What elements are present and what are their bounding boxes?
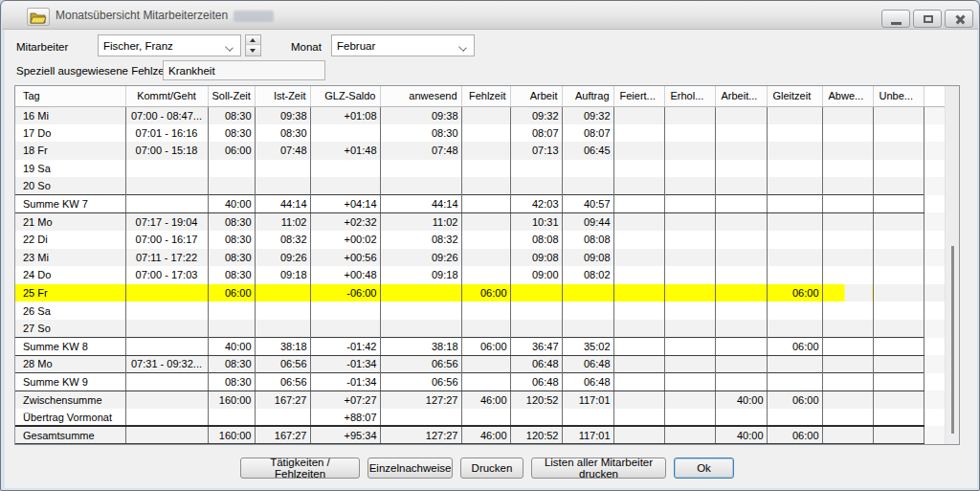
cell-anwesend: 08:30 [380, 124, 461, 143]
cell-gleitzeit [767, 301, 822, 320]
cell-kommt [125, 373, 208, 391]
column-header-ist[interactable]: Ist-Zeit [255, 86, 310, 106]
cell-auftrag [562, 177, 613, 195]
table-row-21-mo[interactable]: 21 Mo07:17 - 19:0408:3011:02+02:3211:021… [15, 212, 945, 231]
cell-fehlzeit [461, 266, 510, 284]
einzelnachweise-button[interactable]: Einzelnachweise [368, 458, 453, 479]
cell-abwe [822, 284, 873, 302]
table-row-summe-kw-9[interactable]: Summe KW 908:3006:56-01:3406:5606:4806:4… [15, 373, 945, 391]
cell-filler [924, 106, 945, 124]
fehlzeit-field[interactable]: Krankheit [163, 60, 325, 80]
cell-fehlzeit [461, 212, 510, 231]
table-row-26-sa[interactable]: 26 Sa [15, 301, 945, 320]
cell-feiert [613, 142, 664, 160]
column-header-tag[interactable]: Tag [15, 86, 125, 106]
cell-unbe [873, 177, 924, 195]
column-header-soll[interactable]: Soll-Zeit [208, 86, 255, 106]
cell-tag: 26 Sa [15, 301, 125, 320]
column-header-arbeit2[interactable]: Arbeit... [715, 86, 767, 106]
table-row-16-mi[interactable]: 16 Mi07:00 - 08:47...08:3009:38+01:0809:… [15, 106, 945, 124]
cell-erhol [664, 195, 715, 213]
cell-gleitzeit: 06:00 [767, 426, 822, 444]
table-row-25-fr[interactable]: 25 Fr06:00-06:0006:0006:00 [15, 284, 945, 302]
table-row-24-do[interactable]: 24 Do07:00 - 17:0308:3009:18+00:4809:180… [15, 266, 945, 284]
column-header-erhol[interactable]: Erhol... [664, 86, 715, 106]
column-header-unbe[interactable]: Unbe... [873, 86, 924, 106]
cell-kommt [125, 160, 208, 178]
window-menu-button[interactable] [27, 8, 50, 26]
table-row-23-mi[interactable]: 23 Mi07:11 - 17:2208:3009:26+00:5609:260… [15, 249, 945, 267]
cell-filler [924, 355, 945, 373]
cell-feiert [613, 266, 664, 284]
column-header-anwesend[interactable]: anwesend [380, 86, 461, 106]
cell-gleitzeit [767, 177, 822, 195]
cell-soll: 06:00 [208, 142, 255, 160]
cell-soll [208, 409, 255, 427]
minimize-button[interactable] [881, 10, 910, 28]
cell-ist: 09:18 [255, 266, 310, 284]
cell-soll: 08:30 [208, 212, 255, 231]
cell-feiert [613, 338, 664, 356]
cell-fehlzeit [461, 320, 510, 338]
table-row-22-di[interactable]: 22 Di07:00 - 16:1708:3008:32+00:0208:320… [15, 231, 945, 249]
cell-abwe [822, 212, 873, 231]
cell-erhol [664, 284, 715, 302]
cell-unbe [873, 106, 924, 124]
vertical-scrollbar[interactable] [945, 86, 959, 444]
cell-glz [310, 160, 380, 178]
cell-unbe [873, 195, 924, 213]
cell-erhol [664, 106, 715, 124]
cell-kommt [125, 284, 208, 302]
table-row-19-sa[interactable]: 19 Sa [15, 160, 945, 178]
listen-aller-mitarbeiter-drucken-button[interactable]: Listen aller Mitarbeiter drucken [531, 458, 666, 479]
spin-up-button[interactable] [246, 35, 260, 45]
close-button[interactable] [945, 10, 973, 28]
table-row-27-so[interactable]: 27 So [15, 320, 945, 338]
cell-glz: +02:32 [310, 212, 380, 231]
ok-button[interactable]: Ok [674, 458, 734, 479]
column-header-feiert[interactable]: Feiert... [613, 86, 664, 106]
cell-anwesend: 09:38 [380, 106, 461, 124]
taetigkeiten-fehlzeiten-button[interactable]: Tätigkeiten / Fehlzeiten [240, 458, 360, 479]
cell-auftrag [562, 409, 613, 427]
cell-auftrag: 35:02 [562, 338, 613, 356]
monat-combobox[interactable]: Februar [331, 34, 475, 56]
cell-feiert [613, 124, 664, 143]
column-header-gleitzeit[interactable]: Gleitzeit [767, 86, 822, 106]
table-row-18-fr[interactable]: 18 Fr07:00 - 15:1806:0007:48+01:4807:480… [15, 142, 945, 160]
table-row-17-do[interactable]: 17 Do07:01 - 16:1608:3008:3008:3008:0708… [15, 124, 945, 143]
cell-feiert [613, 355, 664, 373]
table-row-übertrag-vormonat[interactable]: Übertrag Vormonat+88:07 [15, 409, 945, 427]
spin-down-button[interactable] [246, 46, 260, 56]
cell-arbeit [510, 177, 562, 195]
maximize-button[interactable] [913, 10, 942, 28]
fehlzeit-label: Speziell ausgewiesene Fehlzeit [16, 65, 169, 77]
table-row-20-so[interactable]: 20 So [15, 177, 945, 195]
cell-abwe [822, 266, 873, 284]
column-header-auftrag[interactable]: Auftrag [562, 86, 613, 106]
column-header-fehlzeit[interactable]: Fehlzeit [461, 86, 510, 106]
cell-soll: 08:30 [208, 266, 255, 284]
cell-gleitzeit [767, 142, 822, 160]
column-header-kommt[interactable]: Kommt/Geht [125, 86, 208, 106]
table-row-summe-kw-7[interactable]: Summe KW 740:0044:14+04:1444:1442:0340:5… [15, 195, 945, 213]
cell-erhol [664, 338, 715, 356]
table-row-gesamtsumme[interactable]: Gesamtsumme160:00167:27+95:34127:2746:00… [15, 426, 945, 444]
table-row-28-mo[interactable]: 28 Mo07:31 - 09:32...08:3006:56-01:3406:… [15, 355, 945, 373]
cell-glz: +07:27 [310, 391, 380, 409]
column-header-glz[interactable]: GLZ-Saldo [310, 86, 380, 106]
cell-unbe [873, 320, 924, 338]
scrollbar-thumb[interactable] [951, 246, 954, 434]
drucken-button[interactable]: Drucken [460, 458, 523, 479]
column-header-abwe[interactable]: Abwe... [822, 86, 873, 106]
table-row-summe-kw-8[interactable]: Summe KW 840:0038:18-01:4238:1806:0036:4… [15, 338, 945, 356]
cell-soll [208, 301, 255, 320]
cell-erhol [664, 212, 715, 231]
mitarbeiter-combobox[interactable]: Fischer, Franz [98, 34, 241, 56]
cell-arbeit: 09:08 [510, 249, 562, 267]
cell-fehlzeit [461, 195, 510, 213]
title-bar[interactable]: Monatsübersicht Mitarbeiterzeiten [2, 1, 978, 30]
column-header-arbeit[interactable]: Arbeit [510, 86, 562, 106]
cell-unbe [873, 338, 924, 356]
table-row-zwischensumme[interactable]: Zwischensumme160:00167:27+07:27127:2746:… [15, 391, 945, 409]
